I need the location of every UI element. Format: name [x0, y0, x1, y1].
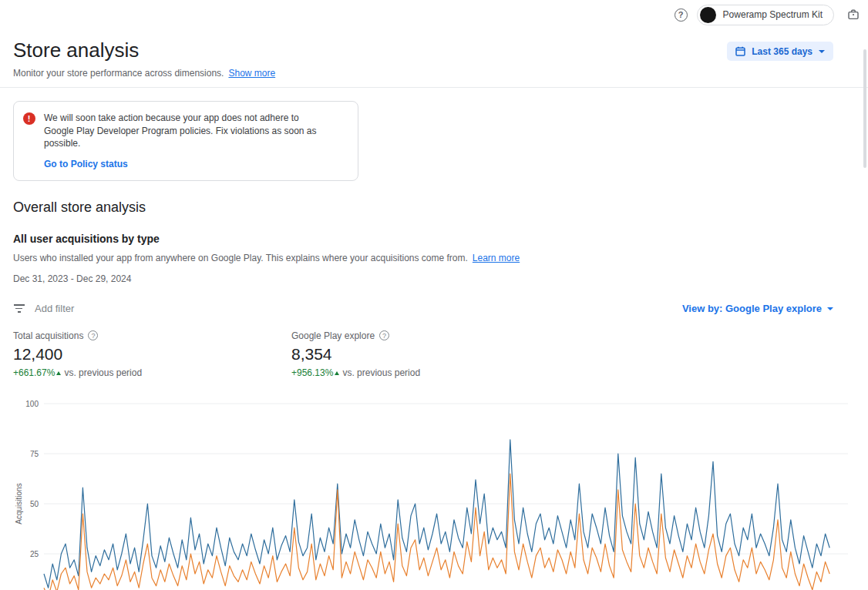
policy-warning-card: We will soon take action because your ap…	[13, 101, 358, 181]
date-range-label: Last 365 days	[752, 46, 812, 57]
metric-value: 12,400	[13, 345, 291, 364]
chevron-down-icon	[819, 50, 825, 53]
acquisitions-chart-svg: 0255075100AcquisitionsJan 2024FebMarAprM…	[0, 394, 868, 590]
help-icon[interactable]	[675, 8, 688, 22]
metrics-row: Total acquisitions 12,400 +661.67%vs. pr…	[13, 330, 868, 378]
help-icon[interactable]	[88, 330, 98, 340]
metric-label: Google Play explore	[291, 330, 375, 341]
svg-text:25: 25	[30, 549, 39, 558]
svg-text:75: 75	[30, 449, 39, 458]
view-by-dropdown[interactable]: View by: Google Play explore	[682, 303, 833, 314]
policy-status-link[interactable]: Go to Policy status	[44, 159, 128, 169]
metric-value: 8,354	[291, 345, 570, 364]
help-icon[interactable]	[379, 330, 389, 340]
svg-text:100: 100	[25, 399, 39, 407]
header-divider	[0, 87, 868, 88]
account-name: Poweramp Spectrum Kit	[723, 9, 823, 20]
avatar	[700, 7, 716, 23]
calendar-icon	[735, 46, 745, 56]
warning-icon	[23, 112, 35, 125]
learn-more-link[interactable]: Learn more	[473, 253, 520, 263]
page-title: Store analysis	[13, 39, 275, 62]
filter-icon	[13, 304, 25, 313]
warning-message: We will soon take action because your ap…	[44, 112, 331, 150]
developer-account-button[interactable]	[843, 5, 863, 25]
view-by-label: View by: Google Play explore	[682, 303, 822, 314]
filter-bar: Add filter View by: Google Play explore	[13, 300, 833, 318]
account-pill[interactable]: Poweramp Spectrum Kit	[697, 5, 834, 25]
metric-label: Total acquisitions	[13, 330, 83, 341]
svg-text:Acquisitions: Acquisitions	[15, 483, 23, 524]
svg-text:50: 50	[30, 499, 39, 508]
subsection-description: Users who installed your app from anywhe…	[13, 253, 868, 263]
date-range-text: Dec 31, 2023 - Dec 29, 2024	[13, 273, 868, 284]
add-filter-label: Add filter	[35, 303, 74, 314]
topbar: Poweramp Spectrum Kit	[0, 0, 868, 29]
subsection-title: All user acquisitions by type	[13, 233, 868, 245]
page-subtitle: Monitor your store performance across di…	[13, 68, 275, 79]
arrow-up-icon	[335, 371, 339, 375]
page-scrollbar-thumb[interactable]	[863, 49, 866, 168]
arrow-up-icon	[56, 371, 61, 375]
date-range-button[interactable]: Last 365 days	[727, 42, 833, 61]
page-header: Store analysis Monitor your store perfor…	[0, 29, 868, 79]
metric-delta: +661.67%vs. previous period	[13, 367, 291, 378]
chevron-down-icon	[827, 307, 833, 310]
add-filter-button[interactable]: Add filter	[13, 303, 74, 314]
metric-google-play-explore: Google Play explore 8,354 +956.13%vs. pr…	[291, 330, 570, 378]
show-more-link[interactable]: Show more	[228, 68, 275, 79]
metric-delta: +956.13%vs. previous period	[291, 367, 570, 378]
briefcase-icon	[847, 8, 860, 21]
section-title: Overall store analysis	[13, 199, 868, 216]
metric-total-acquisitions: Total acquisitions 12,400 +661.67%vs. pr…	[13, 330, 291, 378]
acquisitions-chart: 0255075100AcquisitionsJan 2024FebMarAprM…	[0, 394, 868, 590]
